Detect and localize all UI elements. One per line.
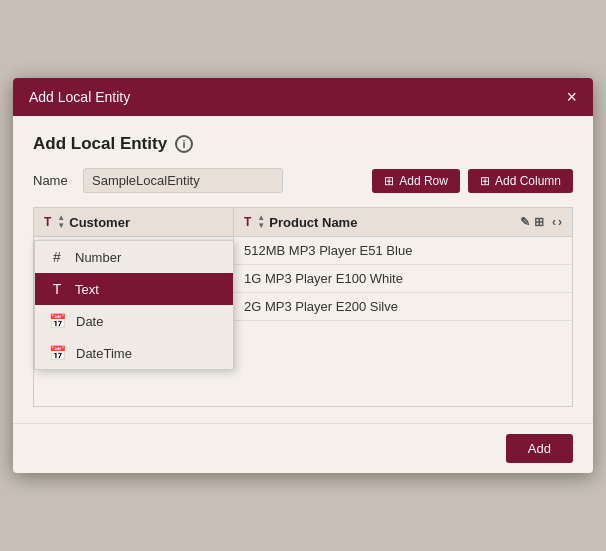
nav-right-arrow[interactable]: › xyxy=(558,215,562,229)
edit-icon[interactable]: ✎ xyxy=(520,215,530,229)
close-button[interactable]: × xyxy=(566,88,577,106)
product-column-label: Product Name xyxy=(269,215,357,230)
section-title-row: Add Local Entity i xyxy=(33,134,573,154)
text-label: Text xyxy=(75,282,99,297)
add-column-label: Add Column xyxy=(495,174,561,188)
datetime-icon: 📅 xyxy=(49,345,66,361)
dialog-footer: Add xyxy=(13,423,593,473)
info-icon[interactable]: i xyxy=(175,135,193,153)
add-local-entity-dialog: Add Local Entity × Add Local Entity i Na… xyxy=(13,78,593,473)
type-dropdown: # Number T Text 📅 Date 📅 DateTime xyxy=(34,240,234,370)
add-row-icon: ⊞ xyxy=(384,174,394,188)
customer-column-label: Customer xyxy=(69,215,130,230)
add-column-icon: ⊞ xyxy=(480,174,490,188)
cell-product-1: 1G MP3 Player E100 White xyxy=(234,265,572,292)
nav-arrows: ‹ › xyxy=(552,215,562,229)
cell-product-0: 512MB MP3 Player E51 Blue xyxy=(234,237,572,264)
column-header-customer: T ▲ ▼ Customer xyxy=(34,208,234,236)
dropdown-item-number[interactable]: # Number xyxy=(35,241,233,273)
name-label: Name xyxy=(33,173,73,188)
product-type-icon[interactable]: T xyxy=(244,215,251,229)
date-label: Date xyxy=(76,314,103,329)
dialog-body: Add Local Entity i Name ⊞ Add Row ⊞ Add … xyxy=(13,116,593,423)
toolbar-buttons: ⊞ Add Row ⊞ Add Column xyxy=(372,169,573,193)
sort-arrows-customer[interactable]: ▲ ▼ xyxy=(57,214,65,230)
section-title-text: Add Local Entity xyxy=(33,134,167,154)
data-table: T ▲ ▼ Customer T ▲ ▼ Product Name ✎ xyxy=(33,207,573,407)
name-input[interactable] xyxy=(83,168,283,193)
add-button[interactable]: Add xyxy=(506,434,573,463)
add-row-label: Add Row xyxy=(399,174,448,188)
add-row-button[interactable]: ⊞ Add Row xyxy=(372,169,460,193)
text-icon: T xyxy=(49,281,65,297)
customer-type-icon[interactable]: T xyxy=(44,215,51,229)
column-header-product: T ▲ ▼ Product Name ✎ ⊞ ‹ › xyxy=(234,208,572,236)
datetime-label: DateTime xyxy=(76,346,132,361)
cell-product-2: 2G MP3 Player E200 Silve xyxy=(234,293,572,320)
sort-arrows-product[interactable]: ▲ ▼ xyxy=(257,214,265,230)
dialog-header: Add Local Entity × xyxy=(13,78,593,116)
name-toolbar-row: Name ⊞ Add Row ⊞ Add Column xyxy=(33,168,573,193)
dropdown-item-text[interactable]: T Text xyxy=(35,273,233,305)
grid-icon[interactable]: ⊞ xyxy=(534,215,544,229)
dialog-header-title: Add Local Entity xyxy=(29,89,130,105)
dropdown-item-date[interactable]: 📅 Date xyxy=(35,305,233,337)
add-column-button[interactable]: ⊞ Add Column xyxy=(468,169,573,193)
nav-left-arrow[interactable]: ‹ xyxy=(552,215,556,229)
number-label: Number xyxy=(75,250,121,265)
number-icon: # xyxy=(49,249,65,265)
table-header-row: T ▲ ▼ Customer T ▲ ▼ Product Name ✎ xyxy=(34,208,572,237)
dropdown-item-datetime[interactable]: 📅 DateTime xyxy=(35,337,233,369)
date-icon: 📅 xyxy=(49,313,66,329)
